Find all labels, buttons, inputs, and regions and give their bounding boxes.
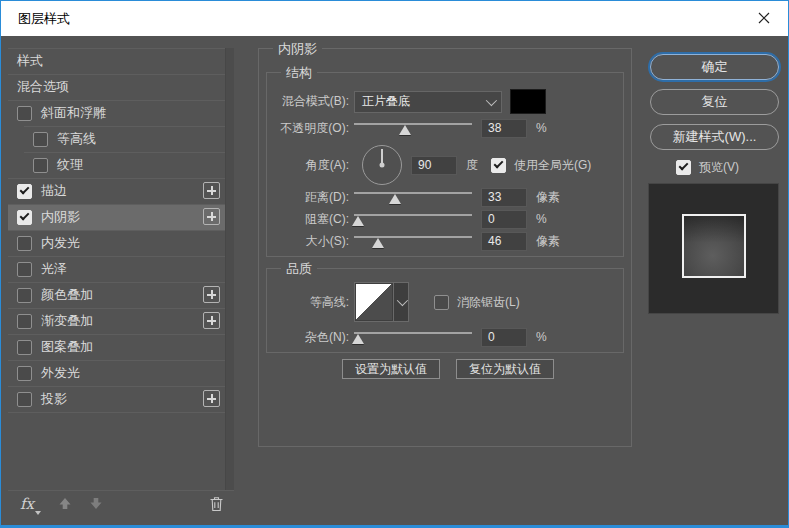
color-overlay-add-instance-button[interactable] [203,286,220,303]
sidebar-item-label: 图案叠加 [41,338,93,356]
noise-slider-thumb[interactable] [352,334,364,344]
texture-enable-checkbox[interactable] [33,158,48,173]
opacity-slider-thumb[interactable] [399,125,411,135]
antialias-checkbox[interactable] [434,295,449,310]
distance-unit: 像素 [536,189,560,206]
arrow-up-icon [58,497,72,510]
distance-slider[interactable] [354,189,472,205]
inner-glow-enable-checkbox[interactable] [17,236,32,251]
sidebar-item-texture[interactable]: 纹理 [8,152,225,178]
noise-unit: % [536,330,547,344]
stroke-enable-checkbox[interactable] [17,184,32,199]
panel-title: 内阴影 [273,40,322,58]
global-light-label: 使用全局光(G) [514,157,591,174]
sidebar-item-label: 斜面和浮雕 [41,104,106,122]
sidebar-item-label: 渐变叠加 [41,312,93,330]
contour-picker[interactable] [354,282,409,322]
choke-slider[interactable] [354,211,472,227]
contour-thumbnail[interactable] [356,284,392,320]
satin-enable-checkbox[interactable] [17,262,32,277]
move-effect-down-button[interactable] [89,497,103,510]
fx-effects-menu-button[interactable]: fx [20,495,41,513]
choke-slider-thumb[interactable] [352,216,364,226]
sidebar-item-label: 混合选项 [17,78,69,96]
stroke-add-instance-button[interactable] [203,182,220,199]
sidebar-item-color-overlay[interactable]: 颜色叠加 [8,282,225,308]
sidebar-item-satin[interactable]: 光泽 [8,256,225,282]
new-style-button[interactable]: 新建样式(W)... [650,124,779,150]
sidebar-item-label: 内发光 [41,234,80,252]
sidebar-item-gradient-overlay[interactable]: 渐变叠加 [8,308,225,334]
choke-label: 阻塞(C): [275,211,349,228]
sidebar-item-contour[interactable]: 等高线 [8,126,225,152]
sidebar-item-inner-glow[interactable]: 内发光 [8,230,225,256]
choke-input[interactable]: 0 [481,210,527,229]
inner-shadow-enable-checkbox[interactable] [17,210,32,225]
delete-effect-button[interactable] [209,496,224,516]
style-preview-thumbnail [648,183,779,314]
opacity-slider[interactable] [354,120,472,136]
gradient-overlay-enable-checkbox[interactable] [17,314,32,329]
sidebar-item-label: 投影 [41,390,67,408]
choke-slider-track [354,214,472,216]
size-slider-thumb[interactable] [372,238,384,248]
contour-enable-checkbox[interactable] [33,132,48,147]
inner-shadow-add-instance-button[interactable] [203,208,220,225]
sidebar-item-bevel-emboss[interactable]: 斜面和浮雕 [8,100,225,126]
chevron-down-icon [397,295,408,306]
bevel-emboss-enable-checkbox[interactable] [17,106,32,121]
sidebar-item-drop-shadow[interactable]: 投影 [8,386,225,412]
outer-glow-enable-checkbox[interactable] [17,366,32,381]
blend-mode-label: 混合模式(B): [275,93,349,110]
blend-mode-select[interactable]: 正片叠底 [354,91,502,113]
distance-slider-thumb[interactable] [389,194,401,204]
sidebar-item-pattern-overlay[interactable]: 图案叠加 [8,334,225,360]
sidebar-footer: fx [8,490,234,516]
gradient-overlay-add-instance-button[interactable] [203,312,220,329]
quality-group: 品质 等高线: 消除锯齿(L) 杂色(N): 0 % [266,268,624,353]
drop-shadow-add-instance-button[interactable] [203,390,220,407]
drop-shadow-enable-checkbox[interactable] [17,392,32,407]
choke-unit: % [536,212,547,226]
size-slider[interactable] [354,233,472,249]
contour-dropdown-button[interactable] [393,283,408,321]
structure-group: 结构 混合模式(B): 正片叠底 不透明度(O): 38 % 角度(A): [266,72,624,257]
distance-input[interactable]: 33 [481,188,527,207]
opacity-input[interactable]: 38 [481,119,527,138]
sidebar-item-styles[interactable]: 样式 [8,48,225,74]
window-title: 图层样式 [18,10,70,28]
angle-unit: 度 [466,157,478,174]
shadow-color-swatch[interactable] [510,89,546,114]
opacity-unit: % [536,121,547,135]
sidebar-item-stroke[interactable]: 描边 [8,178,225,204]
set-as-default-button[interactable]: 设置为默认值 [342,359,440,379]
noise-input[interactable]: 0 [481,328,527,347]
size-input[interactable]: 46 [481,232,527,251]
distance-slider-track [354,192,472,194]
style-preview-square [682,214,746,278]
move-effect-up-button[interactable] [58,497,72,510]
title-bar: 图层样式 [1,1,788,36]
defaults-button-row: 设置为默认值 复位为默认值 [342,359,554,379]
reset-button[interactable]: 复位 [650,89,779,115]
distance-label: 距离(D): [275,189,349,206]
color-overlay-enable-checkbox[interactable] [17,288,32,303]
chevron-down-icon [486,94,497,105]
sidebar-item-label: 纹理 [57,156,83,174]
sidebar-item-inner-shadow[interactable]: 内阴影 [8,204,225,230]
global-light-checkbox[interactable] [491,158,506,173]
angle-dial[interactable] [362,145,402,185]
sidebar-scrollbar[interactable] [225,48,234,490]
noise-slider[interactable] [354,329,472,345]
sidebar-item-outer-glow[interactable]: 外发光 [8,360,225,386]
sidebar-item-blending-options[interactable]: 混合选项 [8,74,225,100]
ok-button[interactable]: 确定 [650,54,779,80]
quality-group-title: 品质 [281,260,317,278]
preview-checkbox[interactable] [676,160,691,175]
reset-to-default-button[interactable]: 复位为默认值 [456,359,554,379]
size-unit: 像素 [536,233,560,250]
pattern-overlay-enable-checkbox[interactable] [17,340,32,355]
list-divider [8,412,234,413]
close-button[interactable] [741,0,787,35]
angle-input[interactable]: 90 [411,156,457,175]
